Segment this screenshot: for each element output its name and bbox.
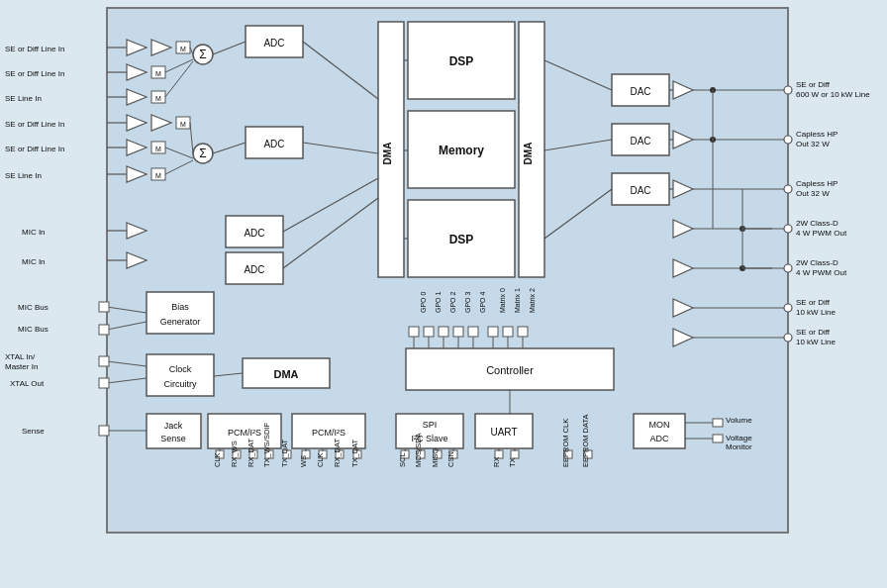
- right-label-vol: Volume: [726, 416, 752, 425]
- memory-label: Memory: [439, 144, 484, 157]
- bot-mossda: MOS/SDA: [414, 433, 423, 467]
- bot-csn: CSN: [446, 451, 455, 467]
- bot-rxdat2: RX_DAT: [333, 439, 342, 467]
- m-label1: M: [180, 46, 186, 52]
- diagram-svg: DSP Memory DSP DMA DMA ADC ADC ADC ADC: [0, 0, 887, 588]
- conn-out2: [784, 136, 792, 144]
- clock-label1: Clock: [169, 364, 192, 374]
- pin-gpo2: [439, 327, 448, 337]
- right-label-3a: Capless HP: [796, 179, 838, 188]
- right-label-4a: 2W Class-D: [796, 219, 838, 228]
- m-label5: M: [155, 146, 161, 152]
- bot-txwssdif: TX_WS/SDIF: [262, 423, 271, 467]
- left-label-1: SE or Diff Line In: [5, 45, 64, 53]
- adc1-label: ADC: [263, 38, 284, 49]
- pin-gpo4: [468, 327, 478, 337]
- bot-clk1: CLK: [213, 452, 222, 467]
- right-label-4b: 4 W PWM Out: [796, 229, 847, 238]
- conn-line1: [784, 304, 792, 312]
- conn-micbus2: [99, 325, 109, 335]
- bot-miso: MISO: [431, 448, 440, 467]
- bot-clk2: CLK: [316, 452, 325, 467]
- gpo1-label: GPO 1: [435, 291, 442, 313]
- pcm-i2s1-label: PCM/I²S: [228, 428, 261, 438]
- dsp2-label: DSP: [449, 233, 474, 246]
- m-label6: M: [155, 172, 161, 179]
- left-label-mic2: MIC In: [22, 257, 46, 266]
- pin-gpo0: [409, 327, 419, 337]
- bot-rxdat: RX_DAT: [246, 439, 255, 467]
- jack-sense-label1: Jack: [164, 421, 183, 431]
- bot-eeprom-clk: EEPROM CLK: [561, 419, 570, 467]
- matrix1-label: Matrix 1: [514, 288, 521, 313]
- pin-tx: [511, 450, 519, 458]
- diagram-container: DSP Memory DSP DMA DMA ADC ADC ADC ADC: [0, 0, 887, 588]
- m-label4: M: [180, 121, 186, 128]
- right-label-7a: SE or Diff: [796, 328, 831, 337]
- dma-right-label: DMA: [523, 143, 534, 165]
- conn-line2: [784, 334, 792, 342]
- right-label-3b: Out 32 W: [796, 189, 830, 198]
- right-label-1a: SE or Diff: [796, 80, 831, 89]
- right-label-6a: SE or Diff: [796, 298, 831, 307]
- left-label-mic1: MIC In: [22, 228, 46, 237]
- bot-rxws: RX_WS: [230, 441, 239, 467]
- sum2-sigma: Σ: [199, 147, 206, 160]
- conn-sense: [99, 426, 109, 436]
- bias-gen-block: [147, 292, 214, 334]
- bot-txdat2: TX_DAT: [350, 439, 359, 467]
- right-label-volt2: Monitor: [726, 442, 752, 451]
- spi-label1: SPI: [423, 420, 438, 430]
- conn-out1: [784, 86, 792, 94]
- right-label-5a: 2W Class-D: [796, 258, 838, 267]
- left-label-sense: Sense: [22, 427, 45, 436]
- pin-volt: [713, 435, 723, 442]
- right-label-5b: 4 W PWM Out: [796, 268, 847, 277]
- left-label-2: SE or Diff Line In: [5, 69, 64, 78]
- right-label-2a: Capless HP: [796, 130, 838, 139]
- bot-ws: WS: [299, 455, 308, 467]
- m-label2: M: [155, 70, 161, 77]
- m-label3: M: [155, 95, 161, 102]
- left-label-6: SE Line In: [5, 171, 42, 180]
- conn-pwm2: [784, 264, 792, 272]
- left-label-4: SE or Diff Line In: [5, 120, 64, 129]
- conn-pwm1: [784, 225, 792, 233]
- dac3-label: DAC: [630, 185, 650, 196]
- clock-block: [147, 354, 214, 396]
- matrix0-label: Matrix 0: [499, 288, 506, 313]
- controller-label: Controller: [486, 364, 534, 376]
- left-label-micbus1: MIC Bus: [18, 303, 49, 312]
- conn-micbus1: [99, 302, 109, 312]
- matrix2-label: Matrix 2: [529, 288, 536, 313]
- uart-label: UART: [490, 427, 517, 438]
- bot-txdat1: TX_DAT: [280, 439, 289, 467]
- pcm-i2s2-label: PCM/I²S: [312, 428, 345, 438]
- bot-eeprom-data: EEPROM DATA: [581, 415, 590, 467]
- dsp1-label: DSP: [449, 54, 474, 68]
- bias-gen-label1: Bias: [171, 302, 189, 312]
- pin-gpo1: [424, 327, 434, 337]
- right-label-7b: 10 kW Line: [796, 338, 837, 346]
- dma-left-label: DMA: [382, 143, 393, 165]
- gpo2-label: GPO 2: [449, 291, 456, 313]
- bot-rx: RX: [492, 457, 501, 467]
- left-label-xtal-out: XTAL Out: [10, 379, 45, 388]
- bot-scl: SCL: [398, 452, 407, 467]
- pin-matrix2: [518, 327, 528, 337]
- right-label-volt: Voltage: [726, 434, 752, 442]
- right-label-2b: Out 32 W: [796, 140, 830, 148]
- pin-gpo3: [453, 327, 463, 337]
- adc4-label: ADC: [244, 264, 264, 275]
- pin-matrix1: [503, 327, 513, 337]
- left-label-5: SE or Diff Line In: [5, 145, 64, 153]
- right-label-6b: 10 kW Line: [796, 308, 837, 317]
- clock-label2: Circuitry: [164, 379, 197, 389]
- right-label-1b: 600 W or 10 kW Line: [796, 90, 870, 99]
- left-label-micbus2: MIC Bus: [18, 325, 49, 334]
- left-label-xtal1b: Master In: [5, 362, 38, 371]
- dac1-label: DAC: [630, 86, 650, 97]
- dac2-label: DAC: [630, 136, 650, 147]
- conn-out3: [784, 185, 792, 193]
- adc2-label: ADC: [263, 139, 284, 149]
